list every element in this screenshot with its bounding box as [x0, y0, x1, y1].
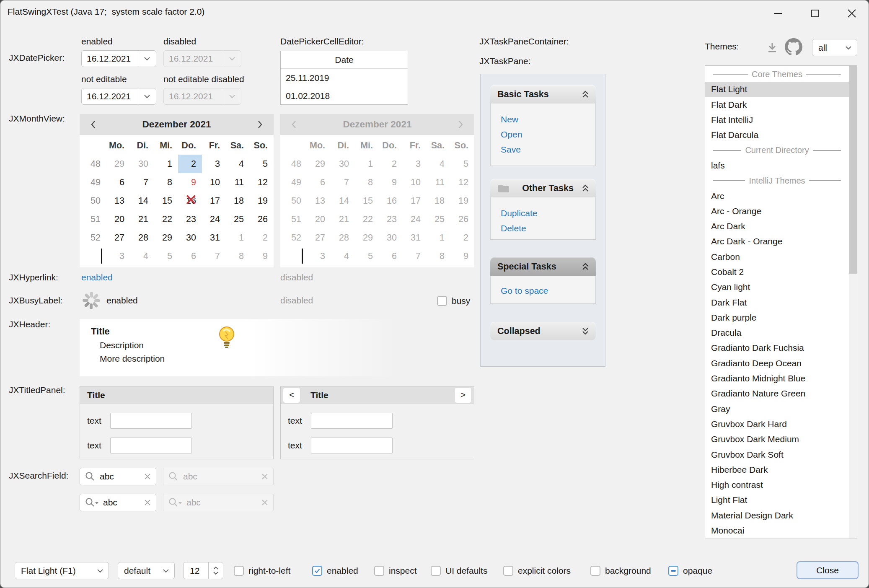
- close-window-button[interactable]: [840, 4, 864, 23]
- calendar-cell[interactable]: 5: [250, 155, 274, 173]
- spinner-value[interactable]: 12: [184, 562, 208, 579]
- calendar-cell[interactable]: 8: [226, 247, 250, 265]
- text-input[interactable]: [110, 438, 192, 453]
- text-input[interactable]: [311, 413, 393, 429]
- font-combobox[interactable]: default: [118, 562, 175, 579]
- calendar-cell[interactable]: 25: [226, 210, 250, 228]
- theme-list-item[interactable]: Cyan light: [705, 280, 849, 295]
- theme-list-item[interactable]: Flat IntelliJ: [705, 112, 849, 127]
- checkbox-box[interactable]: [234, 566, 244, 576]
- theme-list-item[interactable]: Gruvbox Dark Medium: [705, 432, 849, 447]
- calendar-cell[interactable]: 1: [154, 155, 178, 173]
- calendar-cell[interactable]: 49: [80, 173, 106, 192]
- checkbox-right-to-left[interactable]: right-to-left: [234, 565, 290, 577]
- collapse-icon[interactable]: [581, 262, 590, 271]
- maximize-button[interactable]: [803, 4, 827, 23]
- calendar-cell[interactable]: 51: [80, 210, 106, 228]
- search-text[interactable]: abc: [100, 471, 140, 482]
- font-size-spinner[interactable]: 12: [183, 562, 223, 579]
- checkbox-box[interactable]: [431, 566, 441, 576]
- chevron-down-icon[interactable]: [138, 88, 156, 104]
- spinner-buttons[interactable]: [208, 562, 223, 579]
- taskpane-header[interactable]: Collapsed: [490, 322, 596, 340]
- theme-list-item[interactable]: Nord: [705, 538, 849, 539]
- expand-icon[interactable]: [581, 327, 590, 335]
- taskpane-link[interactable]: Save: [491, 142, 595, 157]
- search-field-enabled[interactable]: abc: [80, 468, 156, 485]
- clear-icon[interactable]: [144, 499, 151, 506]
- calendar-cell[interactable]: 11: [226, 173, 250, 192]
- calendar-cell[interactable]: Fr.: [202, 136, 226, 155]
- taskpane-header[interactable]: Special Tasks: [490, 257, 596, 276]
- checkbox-background[interactable]: background: [590, 565, 651, 577]
- scrollbar-thumb[interactable]: [849, 66, 857, 274]
- calendar-cell[interactable]: 7: [202, 247, 226, 265]
- calendar-cell[interactable]: 31: [202, 228, 226, 247]
- collapse-icon[interactable]: [581, 184, 590, 192]
- calendar-cell[interactable]: 13: [106, 192, 130, 210]
- calendar-cell[interactable]: 50: [80, 192, 106, 210]
- theme-list-item[interactable]: Arc - Orange: [705, 204, 849, 219]
- checkbox-box[interactable]: [668, 566, 678, 576]
- calendar-cell[interactable]: 14: [130, 192, 154, 210]
- theme-list-item[interactable]: Flat Dark: [705, 97, 849, 112]
- theme-list-item[interactable]: Gruvbox Dark Soft: [705, 447, 849, 462]
- calendar-cell[interactable]: 19: [250, 192, 274, 210]
- close-button[interactable]: Close: [797, 561, 859, 579]
- date-table-column-header[interactable]: Date: [281, 51, 408, 69]
- search-dropdown-icon[interactable]: [85, 497, 99, 508]
- calendar-cell[interactable]: 26: [250, 210, 274, 228]
- calendar-cell[interactable]: 28: [130, 228, 154, 247]
- calendar-cell[interactable]: 2: [178, 155, 202, 173]
- taskpane-link[interactable]: Delete: [491, 221, 595, 236]
- next-button[interactable]: >: [454, 387, 472, 403]
- calendar-cell[interactable]: 30: [130, 155, 154, 173]
- calendar-cell[interactable]: 9: [178, 173, 202, 192]
- calendar-cell[interactable]: 29: [154, 228, 178, 247]
- calendar-cell[interactable]: 29: [106, 155, 130, 173]
- calendar-cell[interactable]: 9: [250, 247, 274, 265]
- theme-list-item[interactable]: Gruvbox Dark Hard: [705, 417, 849, 432]
- spinner-up-icon[interactable]: [213, 566, 219, 570]
- theme-list-item[interactable]: Arc Dark - Orange: [705, 234, 849, 249]
- laf-combobox[interactable]: Flat Light (F1): [15, 562, 109, 579]
- themes-filter-combobox[interactable]: all: [812, 39, 857, 56]
- datepicker-value[interactable]: 16.12.2021: [82, 88, 138, 104]
- calendar-cell[interactable]: 24: [202, 210, 226, 228]
- calendar-cell[interactable]: Sa.: [226, 136, 250, 155]
- checkbox-opaque[interactable]: opaque: [668, 565, 712, 577]
- theme-list-item[interactable]: Flat Darcula: [705, 127, 849, 142]
- scrollbar[interactable]: [849, 66, 857, 539]
- calendar-cell[interactable]: 16: [178, 192, 202, 210]
- calendar-cell[interactable]: 8: [154, 173, 178, 192]
- theme-list-item[interactable]: Gradianto Midnight Blue: [705, 371, 849, 386]
- taskpane-link[interactable]: Go to space: [491, 283, 595, 298]
- calendar-cell[interactable]: 7: [130, 173, 154, 192]
- calendar-cell[interactable]: 20: [106, 210, 130, 228]
- calendar-cell[interactable]: 30: [178, 228, 202, 247]
- prev-button[interactable]: <: [283, 387, 300, 403]
- checkbox-box[interactable]: [590, 566, 600, 576]
- calendar-cell[interactable]: 10: [202, 173, 226, 192]
- theme-list-item[interactable]: IntelliJ Themes: [705, 173, 849, 188]
- calendar-cell[interactable]: Mi.: [154, 136, 178, 155]
- text-input[interactable]: [110, 413, 192, 429]
- theme-list-item[interactable]: Arc Dark: [705, 219, 849, 234]
- calendar-cell[interactable]: Do.: [178, 136, 202, 155]
- date-table-row[interactable]: 25.11.2019: [281, 69, 408, 87]
- calendar-cell[interactable]: 27: [106, 228, 130, 247]
- calendar-cell[interactable]: [80, 247, 106, 265]
- datepicker-field[interactable]: 16.12.2021: [81, 88, 156, 105]
- calendar-cell[interactable]: 22: [154, 210, 178, 228]
- calendar-cell[interactable]: 17: [202, 192, 226, 210]
- checkbox-box[interactable]: [312, 566, 322, 576]
- theme-list-item[interactable]: Monocai: [705, 523, 849, 538]
- calendar-cell[interactable]: 2: [250, 228, 274, 247]
- calendar-cell[interactable]: 52: [80, 228, 106, 247]
- calendar-cell[interactable]: 4: [130, 247, 154, 265]
- taskpane-link[interactable]: Duplicate: [491, 206, 595, 221]
- calendar-cell[interactable]: 6: [178, 247, 202, 265]
- theme-list-item[interactable]: Cobalt 2: [705, 264, 849, 280]
- theme-list-item[interactable]: Core Themes: [705, 67, 849, 82]
- chevron-down-icon[interactable]: [138, 51, 156, 67]
